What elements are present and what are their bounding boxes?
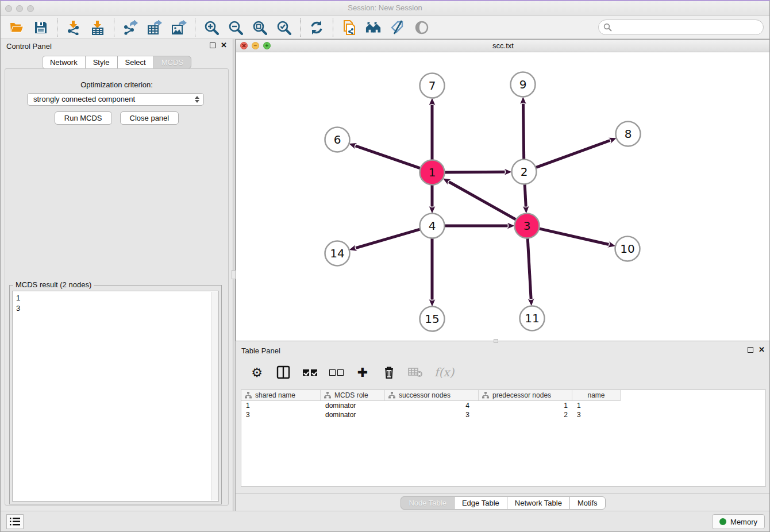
tab-edge-table[interactable]: Edge Table: [454, 496, 507, 510]
graph-node-3[interactable]: 3: [515, 214, 540, 238]
column-header-successor-nodes[interactable]: successor nodes: [385, 390, 479, 401]
search-input[interactable]: [598, 20, 764, 35]
open-file-icon[interactable]: [9, 20, 25, 36]
graph-node-15[interactable]: 15: [420, 307, 445, 331]
app-window: Session: New Session: [0, 0, 770, 532]
delete-table-icon[interactable]: [408, 365, 423, 380]
close-panel-icon[interactable]: ✕: [221, 42, 227, 48]
column-header-shared-name[interactable]: shared name: [241, 390, 321, 401]
close-panel-button[interactable]: Close panel: [120, 111, 179, 125]
tab-select[interactable]: Select: [117, 56, 154, 69]
column-type-icon: [324, 392, 331, 399]
cell-shared-name: 1: [241, 401, 321, 410]
export-image-icon[interactable]: [171, 20, 187, 36]
graph-node-10[interactable]: 10: [615, 237, 640, 261]
delete-column-icon[interactable]: [382, 365, 396, 380]
task-history-button[interactable]: [6, 514, 24, 529]
table-panel-header: Table Panel ✕: [236, 344, 770, 359]
control-panel-title: Control Panel: [6, 42, 52, 51]
search-field-wrap: [598, 20, 764, 35]
control-panel-tabs: Network Style Select MCDS: [1, 56, 233, 69]
column-header-predecessor-nodes[interactable]: predecessor nodes: [479, 390, 572, 401]
import-network-icon[interactable]: [66, 20, 82, 36]
svg-text:14: 14: [330, 246, 344, 260]
column-type-icon: [245, 392, 252, 399]
memory-status-icon: [719, 518, 726, 525]
network-canvas[interactable]: 1234678910111415: [236, 52, 770, 341]
import-table-icon[interactable]: [90, 20, 106, 36]
main-titlebar: Session: New Session: [1, 1, 769, 16]
graph-node-11[interactable]: 11: [520, 306, 545, 331]
search-icon: [603, 23, 612, 34]
hide-labels-icon[interactable]: [390, 20, 406, 36]
column-header-name[interactable]: name: [572, 390, 621, 401]
first-neighbors-icon[interactable]: [365, 20, 382, 36]
table-row[interactable]: 3 dominator 3 2 3: [241, 410, 765, 419]
network-resize-handle[interactable]: [494, 339, 498, 343]
run-mcds-button[interactable]: Run MCDS: [55, 111, 112, 125]
graph-edge-2-3[interactable]: [525, 183, 526, 206]
network-window: ✕ − + scc.txt 1234678910111415: [236, 39, 770, 341]
optimization-criterion-select[interactable]: strongly connected component: [27, 93, 204, 106]
float-table-panel-icon[interactable]: [748, 347, 753, 353]
add-column-icon[interactable]: ✚: [355, 365, 370, 380]
cell-name: 3: [572, 410, 621, 419]
graph-node-9[interactable]: 9: [511, 72, 536, 97]
zoom-in-icon[interactable]: [203, 20, 220, 36]
mcds-result-textarea[interactable]: 1 3: [12, 291, 219, 502]
graph-edge-2-9[interactable]: [523, 103, 523, 160]
column-label: successor nodes: [399, 391, 451, 399]
column-type-icon: [388, 392, 395, 399]
graph-edge-1-2[interactable]: [443, 172, 505, 172]
table-settings-icon[interactable]: ⚙: [249, 365, 264, 380]
tab-network[interactable]: Network: [42, 56, 86, 69]
memory-button[interactable]: Memory: [712, 514, 765, 529]
optimization-criterion-value: strongly connected component: [33, 95, 135, 103]
graph-node-7[interactable]: 7: [420, 74, 445, 98]
graph-node-6[interactable]: 6: [325, 128, 350, 152]
column-header-mcds-role[interactable]: MCDS role: [321, 390, 385, 401]
svg-text:8: 8: [625, 127, 632, 141]
tab-node-table[interactable]: Node Table: [401, 496, 455, 510]
float-panel-icon[interactable]: [210, 43, 215, 48]
select-all-columns-icon[interactable]: [302, 365, 317, 380]
close-table-panel-icon[interactable]: ✕: [759, 346, 765, 353]
graph-node-1[interactable]: 1: [420, 160, 445, 185]
export-network-icon[interactable]: [122, 20, 138, 36]
graph-node-4[interactable]: 4: [420, 214, 445, 238]
split-columns-icon[interactable]: [276, 365, 291, 380]
graph-edge-3-11[interactable]: [528, 237, 531, 299]
tab-network-table[interactable]: Network Table: [507, 496, 570, 510]
zoom-out-icon[interactable]: [228, 20, 244, 36]
deselect-all-columns-icon[interactable]: [329, 365, 344, 380]
show-graphics-details-icon[interactable]: [414, 20, 430, 36]
refresh-icon[interactable]: [309, 20, 325, 36]
column-label: MCDS role: [334, 391, 368, 399]
tab-mcds[interactable]: MCDS: [153, 56, 191, 69]
zoom-selected-icon[interactable]: [276, 20, 292, 36]
zoom-fit-icon[interactable]: [252, 20, 268, 36]
function-builder-icon[interactable]: f(x): [434, 365, 454, 379]
tab-style[interactable]: Style: [85, 56, 118, 69]
save-session-icon[interactable]: [33, 20, 49, 36]
export-table-icon[interactable]: [147, 20, 163, 36]
graph-edge-4-14[interactable]: [356, 229, 421, 248]
chevron-up-down-icon: [195, 96, 199, 103]
svg-text:6: 6: [334, 133, 341, 147]
svg-text:10: 10: [620, 242, 634, 256]
table-row[interactable]: 1 dominator 4 1 1: [241, 401, 765, 410]
graph-edge-3-1[interactable]: [449, 182, 517, 220]
graph-edge-2-8[interactable]: [534, 140, 610, 168]
graph-edge-3-10[interactable]: [538, 228, 609, 244]
duplicate-network-icon[interactable]: [341, 20, 357, 36]
cell-shared-name: 3: [241, 410, 321, 419]
graph-node-14[interactable]: 14: [325, 241, 350, 266]
network-graph: 1234678910111415: [236, 52, 770, 341]
graph-edge-1-6[interactable]: [356, 146, 422, 169]
graph-node-2[interactable]: 2: [512, 160, 537, 184]
cell-successor-nodes: 3: [385, 410, 479, 419]
table-panel-title: Table Panel: [241, 346, 280, 355]
tab-motifs[interactable]: Motifs: [569, 496, 606, 510]
graph-node-8[interactable]: 8: [616, 122, 641, 147]
result-scrollbar[interactable]: [211, 292, 218, 500]
